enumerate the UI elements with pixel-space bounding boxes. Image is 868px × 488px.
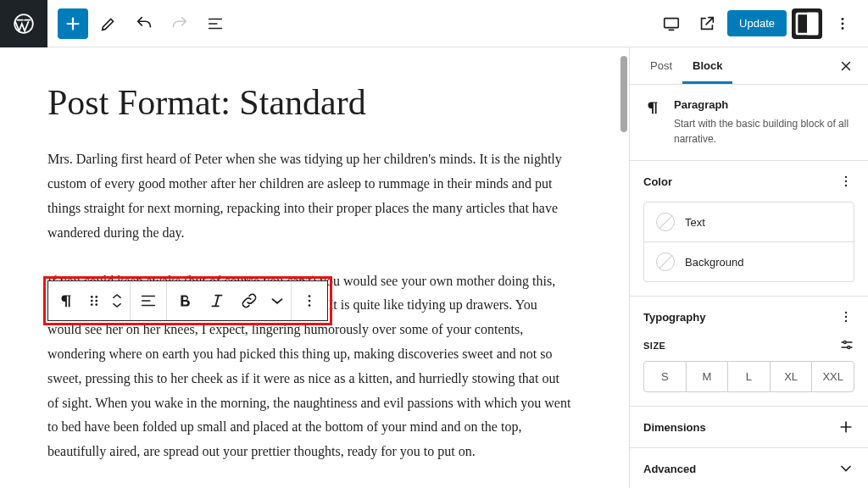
svg-point-4: [842, 18, 844, 20]
svg-point-18: [845, 185, 847, 186]
svg-point-15: [309, 304, 311, 307]
svg-point-7: [91, 296, 93, 298]
svg-point-19: [845, 312, 847, 313]
close-sidebar-button[interactable]: [834, 54, 858, 78]
svg-point-20: [845, 316, 847, 318]
size-xl[interactable]: XL: [771, 362, 813, 391]
size-xxl[interactable]: XXL: [812, 362, 854, 391]
settings-sidebar: Post Block Paragraph Start with the basi…: [629, 47, 868, 488]
workspace: Post Format: Standard Mrs. Darling first…: [0, 47, 868, 488]
panel-dimensions-header[interactable]: Dimensions: [630, 407, 868, 447]
block-info: Paragraph Start with the basic building …: [630, 85, 868, 160]
add-block-button[interactable]: [58, 8, 88, 39]
align-button[interactable]: [132, 281, 164, 320]
svg-point-14: [309, 300, 311, 302]
svg-point-16: [845, 176, 847, 178]
document-overview-button[interactable]: [200, 8, 231, 39]
svg-point-12: [95, 303, 97, 306]
post-title[interactable]: Post Format: Standard: [47, 81, 581, 124]
view-desktop-button[interactable]: [656, 8, 687, 39]
redo-button[interactable]: [164, 8, 195, 39]
options-menu-button[interactable]: [827, 8, 858, 39]
text-color-swatch: [656, 213, 675, 231]
svg-point-17: [845, 180, 847, 182]
size-l[interactable]: L: [728, 362, 771, 391]
update-button[interactable]: Update: [727, 10, 787, 36]
svg-point-13: [309, 295, 311, 297]
svg-point-10: [95, 300, 97, 302]
panel-advanced: Advanced: [630, 447, 868, 488]
font-size-picker: S M L XL XXL: [643, 361, 854, 392]
editor-canvas[interactable]: Post Format: Standard Mrs. Darling first…: [0, 47, 629, 488]
panel-typography: Typography SIZE S M L XL XXL: [630, 296, 868, 406]
svg-point-8: [95, 296, 97, 298]
more-rich-text-button[interactable]: [265, 281, 289, 320]
top-toolbar: Update: [0, 0, 868, 47]
block-description: Start with the basic building block of a…: [674, 116, 854, 147]
panel-dimensions: Dimensions: [630, 406, 868, 447]
color-background-row[interactable]: Background: [644, 241, 854, 281]
size-label: SIZE: [643, 341, 665, 351]
tab-block[interactable]: Block: [682, 47, 732, 84]
svg-point-21: [845, 320, 847, 322]
svg-point-6: [842, 27, 844, 30]
panel-typography-header[interactable]: Typography: [630, 297, 868, 337]
svg-point-23: [848, 347, 850, 349]
svg-rect-3: [809, 14, 818, 34]
panel-color: Color Text Background: [630, 160, 868, 296]
edit-tool-button[interactable]: [93, 8, 124, 39]
panel-color-header[interactable]: Color: [630, 161, 868, 202]
background-color-swatch: [656, 252, 675, 271]
size-settings-icon[interactable]: [839, 337, 854, 354]
svg-point-22: [843, 341, 846, 344]
color-text-row[interactable]: Text: [644, 202, 854, 241]
block-toolbar: [47, 280, 328, 321]
preview-external-button[interactable]: [692, 8, 722, 39]
sidebar-tabs: Post Block: [630, 47, 868, 85]
link-button[interactable]: [233, 281, 265, 320]
italic-button[interactable]: [201, 281, 233, 320]
svg-point-11: [91, 303, 93, 306]
svg-point-5: [842, 22, 844, 25]
block-more-options-button[interactable]: [293, 281, 326, 320]
undo-button[interactable]: [129, 8, 159, 39]
scrollbar[interactable]: [619, 47, 629, 488]
paragraph-icon: [643, 98, 662, 147]
svg-rect-1: [665, 18, 679, 27]
size-s[interactable]: S: [644, 362, 687, 391]
size-m[interactable]: M: [687, 362, 729, 391]
panel-advanced-header[interactable]: Advanced: [630, 448, 868, 488]
bold-button[interactable]: [169, 281, 201, 320]
wordpress-logo[interactable]: [0, 0, 47, 47]
tab-post[interactable]: Post: [640, 47, 682, 84]
block-name: Paragraph: [674, 98, 854, 111]
paragraph-block-1[interactable]: Mrs. Darling first heard of Peter when s…: [47, 147, 573, 245]
move-block-arrows[interactable]: [106, 292, 128, 309]
svg-point-9: [91, 300, 93, 302]
block-type-paragraph-button[interactable]: [50, 281, 82, 320]
drag-handle-icon[interactable]: [82, 281, 106, 320]
settings-sidebar-toggle[interactable]: [792, 8, 822, 39]
